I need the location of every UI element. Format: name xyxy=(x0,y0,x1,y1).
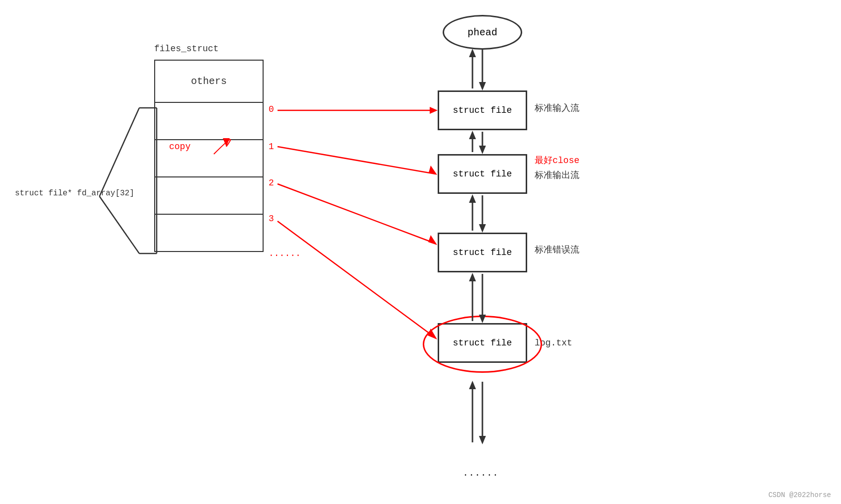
struct-box-0: struct file xyxy=(438,90,527,130)
cell-1 xyxy=(155,102,263,140)
index-2: 2 xyxy=(269,178,274,188)
label-stderr: 标准错误流 xyxy=(535,244,579,255)
files-struct-label: files_struct xyxy=(154,44,219,54)
svg-line-30 xyxy=(278,184,436,244)
struct-box-1: struct file xyxy=(438,154,527,194)
cell-4 xyxy=(155,214,263,252)
files-struct-table: others xyxy=(154,60,264,252)
bottom-dots: ...... xyxy=(463,467,498,479)
struct-box-3-label: struct file xyxy=(453,338,512,348)
phead-label: phead xyxy=(467,27,497,38)
svg-marker-26 xyxy=(430,107,438,114)
svg-marker-8 xyxy=(469,49,476,57)
svg-marker-16 xyxy=(469,194,476,203)
diagram-svg xyxy=(0,0,841,504)
svg-marker-33 xyxy=(428,329,437,339)
struct-box-0-label: struct file xyxy=(453,105,512,115)
copy-label: copy xyxy=(169,142,190,152)
struct-box-3: struct file xyxy=(438,323,527,363)
svg-marker-29 xyxy=(429,166,437,175)
watermark: CSDN @2022horse xyxy=(768,491,831,499)
svg-marker-18 xyxy=(479,315,486,323)
index-1: 1 xyxy=(269,142,274,152)
label-logtxt: log.txt xyxy=(535,338,572,348)
index-dots: ...... xyxy=(269,249,301,258)
svg-line-28 xyxy=(278,147,436,174)
fd-array-label: struct file* fd_array[32] xyxy=(15,189,134,198)
svg-line-3 xyxy=(99,108,139,196)
index-3: 3 xyxy=(269,214,274,224)
index-0: 0 xyxy=(269,104,274,114)
svg-marker-24 xyxy=(469,381,476,389)
label-stdin: 标准输入流 xyxy=(535,102,579,114)
svg-line-32 xyxy=(278,221,436,338)
svg-marker-20 xyxy=(469,273,476,281)
svg-marker-12 xyxy=(469,131,476,139)
struct-box-1-label: struct file xyxy=(453,169,512,179)
svg-marker-31 xyxy=(428,235,437,245)
svg-line-4 xyxy=(99,196,139,253)
label-best-close: 最好close xyxy=(535,154,579,166)
label-stdout: 标准输出流 xyxy=(535,169,579,181)
svg-marker-6 xyxy=(479,82,486,90)
phead-oval: phead xyxy=(443,15,522,50)
struct-box-2: struct file xyxy=(438,233,527,272)
cell-3 xyxy=(155,177,263,214)
svg-marker-10 xyxy=(479,146,486,154)
struct-box-2-label: struct file xyxy=(453,248,512,257)
svg-marker-22 xyxy=(479,436,486,444)
svg-marker-14 xyxy=(479,224,486,233)
others-cell: others xyxy=(155,60,263,102)
